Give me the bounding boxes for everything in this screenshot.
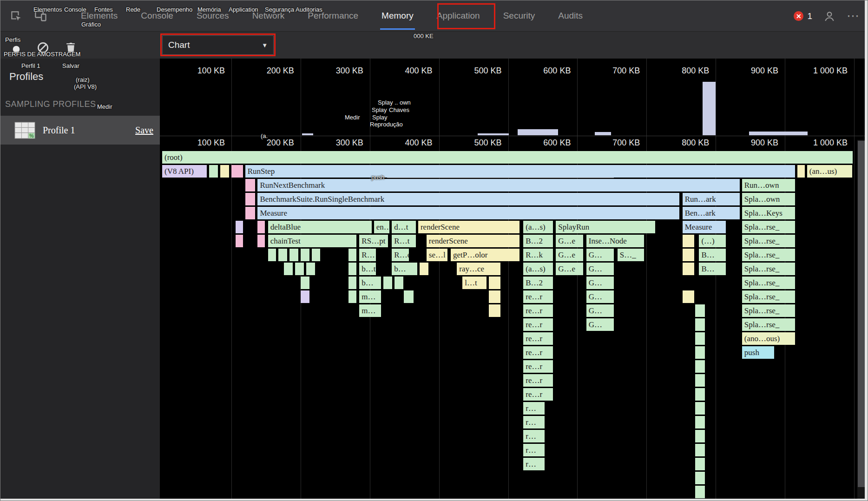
flame-bar[interactable]: Inse…Node — [586, 235, 644, 247]
flame-bar[interactable]: G…e — [556, 249, 583, 261]
flame-bar[interactable] — [278, 249, 287, 261]
flame-bar[interactable] — [695, 374, 705, 387]
flame-bar[interactable] — [695, 346, 705, 359]
flame-bar[interactable] — [349, 263, 356, 275]
flame-bar[interactable]: R…k — [523, 249, 553, 261]
flame-bar[interactable]: (a…s) — [523, 221, 553, 233]
flame-bar[interactable] — [695, 360, 705, 373]
flame-bar[interactable] — [349, 277, 356, 289]
flame-bar[interactable]: r… — [523, 444, 545, 456]
flame-bar[interactable] — [268, 249, 276, 261]
flame-bar[interactable] — [236, 221, 243, 233]
chart-view-select[interactable]: Chart ▼ — [162, 35, 274, 55]
flame-bar[interactable] — [489, 304, 500, 317]
flame-bar[interactable] — [683, 290, 694, 303]
flame-bar[interactable] — [236, 235, 243, 247]
flame-bar[interactable]: G…e — [556, 235, 583, 247]
flame-bar[interactable] — [489, 290, 500, 303]
flame-bar[interactable] — [289, 249, 298, 261]
overview-bar[interactable] — [703, 82, 716, 135]
flame-bar[interactable] — [695, 486, 705, 498]
flame-bar[interactable]: Spla…rse_ — [742, 249, 795, 261]
flame-bar[interactable]: Spla…Keys — [742, 207, 795, 219]
flame-bar[interactable]: B… — [699, 263, 726, 275]
flame-bar[interactable] — [383, 277, 392, 289]
flame-bar[interactable]: b…t — [359, 263, 375, 275]
flame-bar[interactable]: G… — [586, 277, 614, 289]
flame-bar[interactable] — [695, 332, 705, 345]
flame-bar[interactable]: re…r — [523, 374, 553, 387]
user-icon[interactable] — [822, 8, 837, 24]
flame-bar[interactable]: re…r — [523, 304, 553, 317]
tab-performance[interactable]: Performance — [296, 0, 370, 31]
flame-bar[interactable] — [231, 165, 243, 178]
tab-console[interactable]: Console — [129, 0, 185, 31]
tab-application[interactable]: Application — [425, 0, 492, 31]
tab-network[interactable]: Network — [241, 0, 296, 31]
flame-bar[interactable] — [349, 249, 356, 261]
flame-bar[interactable]: G… — [586, 249, 614, 261]
flame-bar[interactable]: Spla…rse_ — [742, 235, 795, 247]
flame-bar[interactable]: Spla…rse_ — [742, 277, 795, 289]
flame-bar[interactable]: G… — [586, 290, 614, 303]
flame-bar[interactable]: se…l — [427, 249, 448, 261]
flame-bar[interactable]: getP…olor — [451, 249, 519, 261]
flame-bar[interactable] — [257, 235, 265, 247]
tab-audits[interactable]: Audits — [546, 0, 594, 31]
flame-bar[interactable] — [797, 165, 805, 178]
flame-bar[interactable]: re…r — [523, 388, 553, 401]
flame-bar[interactable] — [284, 263, 293, 275]
flame-bar[interactable]: b… — [359, 277, 381, 289]
flame-bar[interactable] — [695, 388, 705, 401]
flame-bar[interactable]: (a…s) — [523, 263, 553, 275]
overview[interactable]: 100 KB200 KB300 KB400 KB500 KB600 KB700 … — [160, 59, 868, 136]
flame-bar[interactable]: m… — [359, 290, 381, 303]
flame-bar[interactable]: push — [742, 346, 774, 359]
flame-bar[interactable] — [683, 263, 694, 275]
error-badge[interactable]: ✕ 1 — [794, 11, 812, 21]
flame-bar[interactable]: R…t — [392, 235, 416, 247]
flame-bar[interactable]: re…r — [523, 290, 553, 303]
flame-bar[interactable]: (root) — [162, 151, 853, 164]
flame-bar[interactable] — [245, 179, 256, 191]
flame-bar[interactable] — [695, 444, 705, 456]
flame-bar[interactable]: B…2 — [523, 277, 553, 289]
flame-bar[interactable] — [257, 221, 265, 233]
flame-bar[interactable] — [220, 165, 229, 178]
flame-bar[interactable] — [295, 263, 304, 275]
flame-bar[interactable] — [695, 430, 705, 442]
flame-bar[interactable]: (V8 API) — [162, 165, 207, 178]
flame-bar[interactable] — [301, 249, 309, 261]
flame-bar[interactable]: Spla…rse_ — [742, 304, 795, 317]
flame-bar[interactable] — [683, 249, 694, 261]
flame-bar[interactable]: re…r — [523, 318, 553, 331]
inspect-element-icon[interactable] — [8, 8, 24, 24]
flame-area[interactable]: (root)(V8 API)RunStep(an…us)RunNextBench… — [160, 150, 868, 501]
flame-bar[interactable]: (…) — [699, 235, 726, 247]
flame-bar[interactable] — [695, 472, 705, 484]
flame-bar[interactable] — [404, 290, 414, 303]
vertical-scrollbar[interactable] — [857, 140, 865, 501]
flame-bar[interactable] — [301, 277, 309, 289]
flame-bar[interactable]: d…t — [392, 221, 416, 233]
flame-bar[interactable]: G… — [586, 304, 614, 317]
flame-bar[interactable] — [695, 318, 705, 331]
flame-bar[interactable]: RunNextBenchmark — [257, 179, 739, 191]
flame-bar[interactable]: deltaBlue — [268, 221, 372, 233]
tab-security[interactable]: Security — [492, 0, 547, 31]
flame-bar[interactable]: RS…pt — [359, 235, 388, 247]
flame-bar[interactable]: G… — [586, 318, 614, 331]
tab-sources[interactable]: Sources — [185, 0, 241, 31]
flame-bar[interactable]: Spla…own — [742, 193, 795, 205]
overview-bar[interactable] — [478, 133, 509, 135]
flame-bar[interactable]: Measure — [257, 207, 679, 219]
flame-bar[interactable]: chainTest — [268, 235, 356, 247]
flame-bar[interactable]: renderScene — [427, 235, 520, 247]
flame-bar[interactable]: ray…ce — [457, 263, 500, 275]
flame-bar[interactable]: Run…ark — [683, 193, 740, 205]
flame-bar[interactable]: Spla…rse_ — [742, 263, 795, 275]
flame-bar[interactable]: S…_ — [618, 249, 644, 261]
flame-bar[interactable] — [420, 263, 428, 275]
flame-bar[interactable]: en…pt — [374, 221, 390, 233]
flame-bar[interactable]: m… — [359, 304, 381, 317]
